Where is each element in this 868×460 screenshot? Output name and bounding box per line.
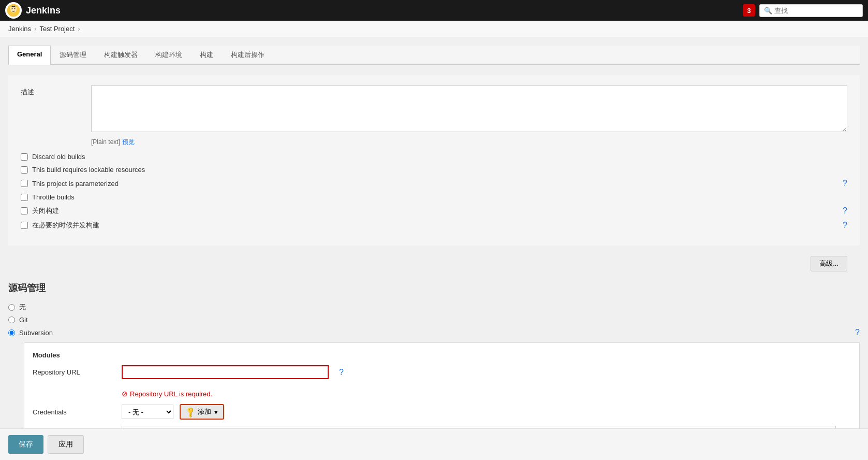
advanced-button[interactable]: 高级...	[811, 256, 847, 271]
app-title: Jenkins	[26, 5, 61, 16]
tab-source[interactable]: 源码管理	[51, 46, 95, 64]
breadcrumb-sep-2: ›	[78, 25, 80, 33]
help-subversion-icon[interactable]: ?	[855, 328, 860, 337]
radio-git-input[interactable]	[8, 317, 15, 323]
header: Jenkins 3 🔍	[0, 0, 868, 21]
checkbox-throttle: Throttle builds	[21, 193, 847, 201]
apply-button[interactable]: 应用	[48, 435, 84, 454]
description-textarea[interactable]	[91, 85, 847, 132]
breadcrumb-jenkins[interactable]: Jenkins	[8, 25, 31, 33]
header-right: 3 🔍	[743, 4, 863, 17]
notification-badge[interactable]: 3	[743, 4, 755, 17]
radio-subversion-input[interactable]	[8, 329, 15, 336]
repo-url-input[interactable]	[122, 365, 329, 379]
checkbox-lockable: This build requires lockable resources	[21, 166, 847, 174]
error-text: Repository URL is required.	[130, 390, 212, 398]
plain-text-row: [Plain text] 预览	[91, 136, 847, 147]
add-btn-label: 添加	[198, 407, 211, 416]
search-input[interactable]	[774, 7, 858, 15]
checkboxes-section: Discard old builds This build requires l…	[21, 153, 847, 230]
tab-post[interactable]: 构建后操作	[222, 46, 273, 64]
checkbox-discard: Discard old builds	[21, 153, 847, 161]
radio-none-label: 无	[19, 303, 26, 312]
repo-url-error: ⊘ Repository URL is required.	[122, 387, 212, 398]
checkbox-throttle-label: Throttle builds	[32, 193, 75, 201]
breadcrumb: Jenkins › Test Project ›	[0, 21, 868, 37]
dropdown-arrow-icon: ▾	[214, 408, 218, 416]
checkbox-lockable-input[interactable]	[21, 166, 28, 174]
tab-build[interactable]: 构建	[191, 46, 222, 64]
svg-rect-6	[12, 6, 16, 7]
tab-env[interactable]: 构建环境	[146, 46, 191, 64]
key-icon: 🔑	[184, 406, 196, 418]
description-wrap: [Plain text] 预览	[91, 85, 847, 147]
checkbox-throttle-input[interactable]	[21, 194, 28, 201]
tab-triggers[interactable]: 构建触发器	[95, 46, 146, 64]
search-box: 🔍	[759, 4, 863, 17]
search-icon: 🔍	[764, 7, 772, 15]
modules-label: Modules	[33, 351, 851, 359]
checkbox-disable: 关闭构建 ?	[21, 206, 847, 215]
jenkins-logo	[5, 2, 22, 19]
checkbox-discard-label: Discard old builds	[32, 153, 85, 161]
radio-none-input[interactable]	[8, 304, 15, 311]
radio-subversion: Subversion ?	[8, 328, 860, 337]
advanced-btn-wrap: 高级...	[8, 256, 860, 271]
error-message: ⊘ Repository URL is required.	[122, 390, 212, 398]
help-repo-url-icon[interactable]: ?	[339, 368, 344, 377]
radio-none: 无	[8, 303, 860, 312]
radio-git: Git	[8, 316, 860, 324]
credentials-select[interactable]: - 无 -	[122, 405, 173, 419]
header-left: Jenkins	[5, 2, 61, 19]
source-heading: 源码管理	[8, 282, 860, 294]
checkbox-disable-label: 关闭构建	[32, 206, 59, 215]
checkbox-parameterized-input[interactable]	[21, 180, 28, 187]
credentials-label: Credentials	[33, 408, 115, 416]
save-button[interactable]: 保存	[8, 435, 43, 454]
help-disable-icon[interactable]: ?	[843, 206, 847, 215]
bottom-bar: 保存 应用	[0, 428, 868, 460]
add-credentials-button[interactable]: 🔑 添加 ▾	[180, 404, 224, 420]
error-icon: ⊘	[122, 390, 128, 398]
help-parameterized-icon[interactable]: ?	[843, 179, 847, 188]
svg-point-5	[16, 7, 18, 9]
breadcrumb-sep-1: ›	[34, 25, 36, 33]
repo-url-label: Repository URL	[33, 368, 115, 376]
checkbox-disable-input[interactable]	[21, 207, 28, 214]
checkbox-lockable-label: This build requires lockable resources	[32, 166, 145, 174]
checkbox-concurrent: 在必要的时候并发构建 ?	[21, 221, 847, 230]
credentials-row: Credentials - 无 - 🔑 添加 ▾	[33, 404, 851, 420]
help-concurrent-icon[interactable]: ?	[843, 221, 847, 230]
general-section: 描述 [Plain text] 预览 Discard old builds Th…	[8, 75, 860, 246]
checkbox-concurrent-input[interactable]	[21, 222, 28, 229]
checkbox-concurrent-label: 在必要的时候并发构建	[32, 221, 99, 230]
tab-general[interactable]: General	[8, 46, 51, 65]
description-label: 描述	[21, 85, 83, 97]
breadcrumb-project[interactable]: Test Project	[39, 25, 75, 33]
checkbox-parameterized-label: This project is parameterized	[32, 180, 119, 188]
tabs: General 源码管理 构建触发器 构建环境 构建 构建后操作	[8, 46, 860, 65]
svg-point-4	[10, 7, 12, 9]
checkbox-discard-input[interactable]	[21, 153, 28, 161]
repo-url-row: Repository URL ? ⊘ Repository URL is req…	[33, 365, 851, 398]
radio-git-label: Git	[19, 316, 28, 324]
plain-text-prefix: [Plain text]	[91, 138, 120, 146]
radio-subversion-label: Subversion	[19, 329, 53, 337]
repo-url-input-row: Repository URL ?	[33, 365, 851, 379]
description-row: 描述 [Plain text] 预览	[21, 85, 847, 147]
preview-link[interactable]: 预览	[122, 138, 135, 147]
checkbox-parameterized: This project is parameterized ?	[21, 179, 847, 188]
